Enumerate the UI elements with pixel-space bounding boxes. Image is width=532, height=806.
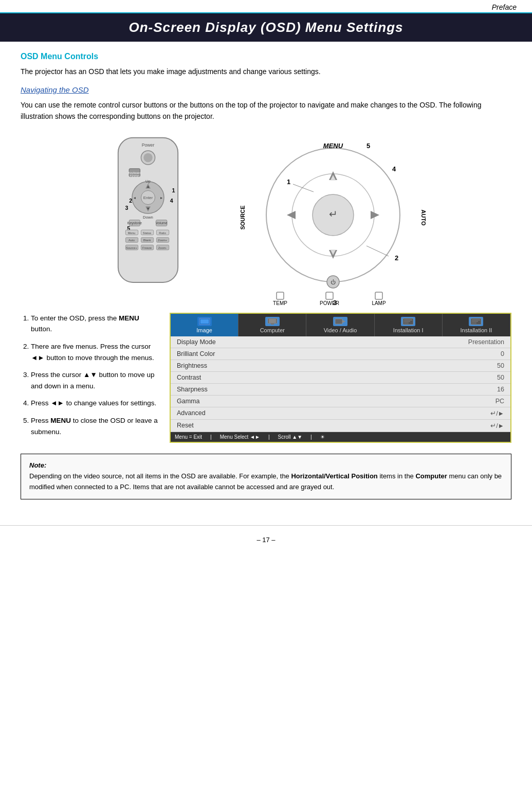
- step-5: Press MENU to close the OSD or leave a s…: [31, 415, 159, 437]
- step-1-bold: MENU: [119, 314, 139, 322]
- osd-tab-installation-ii-label: Installation II: [461, 327, 492, 333]
- osd-row-advanced: Advanced ↵/►: [171, 407, 510, 420]
- osd-footer: Menu = Exit | Menu Select ◄► | Scroll ▲▼…: [171, 432, 510, 442]
- osd-tab-installation-i-label: Installation I: [393, 327, 424, 333]
- svg-marker-57: [371, 211, 379, 219]
- svg-text:AUTO: AUTO: [420, 209, 427, 225]
- svg-text:Zoom+: Zoom+: [158, 239, 168, 242]
- svg-rect-69: [375, 292, 382, 299]
- osd-label-gamma: Gamma: [177, 398, 199, 405]
- osd-label-sharpness: Sharpness: [177, 386, 208, 393]
- osd-tab-installation-i-icon: [401, 317, 415, 326]
- svg-rect-74: [200, 319, 209, 324]
- svg-text:5: 5: [366, 142, 370, 150]
- svg-text:►: ►: [159, 196, 163, 200]
- main-content: OSD Menu Controls The projector has an O…: [0, 42, 532, 510]
- illustration-area: Power Keyboard Function Enter ▲ ▼ ◄: [21, 133, 511, 308]
- osd-tab-image[interactable]: Image: [171, 314, 239, 336]
- osd-value-display-mode: Presentation: [468, 338, 504, 346]
- svg-line-66: [366, 246, 389, 256]
- svg-marker-79: [342, 320, 345, 323]
- svg-text:Status: Status: [142, 231, 151, 235]
- steps-list: To enter the OSD, press the MENU button.…: [21, 313, 159, 443]
- svg-text:SOURCE: SOURCE: [240, 205, 246, 229]
- osd-row-gamma: Gamma PC: [171, 396, 510, 407]
- osd-tab-video-icon: [333, 317, 347, 326]
- page-footer: – 17 –: [0, 525, 532, 549]
- step-5-bold: MENU: [50, 417, 71, 424]
- osd-value-brilliant-color: 0: [501, 350, 504, 357]
- osd-label-contrast: Contrast: [177, 374, 201, 381]
- svg-text:Down: Down: [143, 215, 153, 220]
- osd-tab-installation-ii-icon: [469, 317, 483, 326]
- svg-rect-78: [335, 319, 342, 324]
- page-header: Preface: [0, 0, 532, 13]
- osd-tab-image-label: Image: [196, 327, 212, 333]
- svg-text:Keystone: Keystone: [127, 221, 141, 225]
- osd-tab-installation-ii[interactable]: Installation II: [443, 314, 510, 336]
- remote-control-diagram: Power Keyboard Function Enter ▲ ▼ ◄: [102, 133, 215, 299]
- header-label: Preface: [492, 3, 517, 11]
- osd-tab-image-icon: [197, 317, 212, 326]
- osd-tabs: Image Computer Video / Audio: [171, 314, 510, 336]
- svg-text:↵: ↵: [328, 208, 337, 220]
- svg-text:1: 1: [287, 178, 290, 186]
- note-box: Note: Depending on the video source, not…: [21, 454, 511, 499]
- sub-section-title: Navigating the OSD: [21, 85, 511, 94]
- svg-rect-67: [277, 292, 284, 299]
- osd-tab-installation-i[interactable]: Installation I: [375, 314, 443, 336]
- step-3: Press the cursor ▲▼ button to move up an…: [31, 369, 159, 391]
- osd-label-brilliant-color: Brilliant Color: [177, 350, 215, 357]
- osd-tab-computer-label: Computer: [260, 327, 285, 333]
- step-2: There are five menus. Press the cursor ◄…: [31, 341, 159, 363]
- page-title: On-Screen Display (OSD) Menu Settings: [0, 13, 532, 42]
- osd-footer-select: Menu Select ◄►: [220, 434, 260, 440]
- svg-text:POWER: POWER: [320, 300, 339, 306]
- svg-text:2: 2: [129, 198, 132, 204]
- svg-text:Volume: Volume: [155, 221, 167, 225]
- svg-text:Menu: Menu: [127, 231, 135, 235]
- svg-text:Zoom-: Zoom-: [158, 246, 167, 249]
- svg-rect-77: [271, 324, 274, 325]
- projector-button-diagram: ↵ MENU SOURCE AUTO ⏻: [235, 133, 431, 308]
- note-title: Note:: [29, 461, 46, 469]
- steps-area: To enter the OSD, press the MENU button.…: [21, 313, 511, 443]
- osd-value-reset: ↵/►: [490, 422, 504, 429]
- osd-label-reset: Reset: [177, 422, 194, 429]
- osd-row-brilliant-color: Brilliant Color 0: [171, 348, 510, 360]
- svg-text:4: 4: [170, 198, 173, 204]
- svg-text:MENU: MENU: [323, 142, 343, 150]
- osd-menu-rows: Display Mode Presentation Brilliant Colo…: [171, 336, 510, 432]
- svg-text:Up: Up: [145, 179, 151, 184]
- projector-diagram-svg: ↵ MENU SOURCE AUTO ⏻: [235, 133, 431, 308]
- step-1: To enter the OSD, press the MENU button.: [31, 313, 159, 335]
- svg-point-2: [143, 153, 152, 162]
- svg-text:Function: Function: [130, 175, 139, 177]
- svg-text:1: 1: [172, 187, 175, 193]
- svg-text:Enter: Enter: [143, 195, 153, 200]
- svg-text:▼: ▼: [146, 207, 150, 210]
- svg-marker-56: [287, 211, 296, 219]
- svg-text:2: 2: [395, 254, 398, 262]
- svg-text:Ratio: Ratio: [159, 231, 166, 235]
- note-text: Depending on the video source, not all i…: [29, 472, 502, 491]
- osd-label-display-mode: Display Mode: [177, 338, 216, 346]
- osd-footer-exit: Menu = Exit: [175, 434, 202, 440]
- osd-footer-brightness-icon: ☀: [320, 434, 325, 440]
- note-bold-1: Horizontal/Vertical Position: [291, 472, 377, 480]
- svg-text:⏻: ⏻: [331, 279, 336, 285]
- steps-ordered-list: To enter the OSD, press the MENU button.…: [21, 313, 159, 437]
- svg-text:3: 3: [125, 205, 128, 211]
- osd-value-contrast: 50: [497, 374, 504, 381]
- svg-text:Source+: Source+: [126, 246, 137, 249]
- svg-rect-76: [269, 319, 276, 323]
- osd-row-reset: Reset ↵/►: [171, 420, 510, 432]
- svg-text:Auto: Auto: [129, 239, 135, 242]
- osd-tab-computer[interactable]: Computer: [239, 314, 306, 336]
- svg-text:Blank: Blank: [143, 239, 151, 242]
- svg-text:4: 4: [392, 165, 396, 173]
- osd-tab-computer-icon: [265, 317, 280, 326]
- osd-tab-video-audio[interactable]: Video / Audio: [306, 314, 374, 336]
- svg-text:LAMP: LAMP: [372, 300, 386, 306]
- svg-text:TEMP: TEMP: [273, 300, 287, 306]
